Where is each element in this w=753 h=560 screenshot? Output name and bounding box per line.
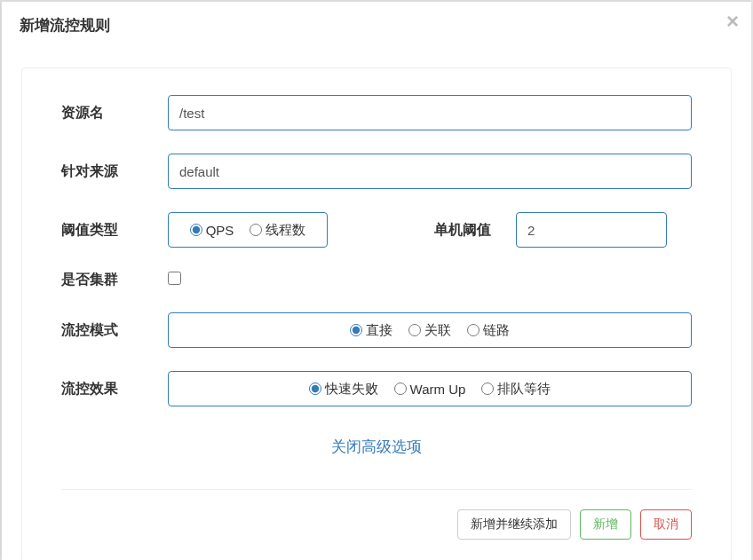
radio-mode-direct[interactable]: 直接 [350,322,392,339]
label-source: 针对来源 [61,162,168,181]
radio-effect-warmup-label: Warm Up [410,382,466,397]
radio-mode-relate-label: 关联 [424,322,451,339]
label-threshold-type: 阈值类型 [61,221,168,240]
row-source: 针对来源 [61,154,692,189]
label-effect: 流控效果 [61,380,168,398]
row-resource: 资源名 [61,95,692,130]
radio-thread-input[interactable] [250,224,262,236]
radio-qps[interactable]: QPS [190,223,234,238]
radio-mode-chain-input[interactable] [467,324,480,336]
source-input[interactable] [168,154,692,189]
radio-mode-direct-label: 直接 [366,322,392,339]
advanced-row: 关闭高级选项 [61,437,692,457]
close-icon[interactable]: × [726,11,739,32]
effect-group: 快速失败 Warm Up 排队等待 [168,371,692,406]
radio-mode-relate-input[interactable] [408,324,421,336]
cancel-button[interactable]: 取消 [640,509,692,540]
radio-mode-chain[interactable]: 链路 [467,322,510,339]
radio-effect-fail[interactable]: 快速失败 [309,381,378,398]
radio-effect-warmup[interactable]: Warm Up [394,382,466,397]
modal-footer: 新增并继续添加 新增 取消 [61,490,692,540]
threshold-type-group: QPS 线程数 [168,212,328,248]
row-effect: 流控效果 快速失败 Warm Up 排队等待 [61,371,692,406]
add-button[interactable]: 新增 [580,509,631,540]
radio-effect-fail-label: 快速失败 [325,381,378,398]
radio-effect-queue-label: 排队等待 [497,381,551,398]
radio-mode-relate[interactable]: 关联 [408,322,451,339]
radio-effect-fail-input[interactable] [309,383,321,395]
mode-group: 直接 关联 链路 [168,312,692,348]
modal-dialog: × 新增流控规则 资源名 针对来源 阈值类型 QPS [1,1,751,560]
radio-qps-label: QPS [206,223,234,238]
cluster-checkbox[interactable] [168,272,181,285]
add-continue-button[interactable]: 新增并继续添加 [457,509,571,540]
radio-effect-queue-input[interactable] [481,383,494,395]
radio-mode-direct-input[interactable] [350,324,362,336]
label-cluster: 是否集群 [61,271,168,289]
radio-effect-queue[interactable]: 排队等待 [481,381,551,398]
modal-title: 新增流控规则 [20,15,733,35]
row-cluster: 是否集群 [61,271,692,289]
toggle-advanced-link[interactable]: 关闭高级选项 [331,438,422,455]
resource-input[interactable] [168,95,692,130]
label-mode: 流控模式 [61,321,168,340]
radio-mode-chain-label: 链路 [483,322,510,339]
threshold-input[interactable] [516,212,667,248]
row-mode: 流控模式 直接 关联 链路 [61,312,692,348]
row-threshold-type: 阈值类型 QPS 线程数 单机阈值 [61,212,692,248]
radio-thread[interactable]: 线程数 [250,222,305,239]
label-resource: 资源名 [61,104,168,122]
label-threshold: 单机阈值 [434,221,491,240]
modal-header: 新增流控规则 [2,2,751,48]
radio-effect-warmup-input[interactable] [394,383,407,395]
radio-thread-label: 线程数 [266,222,305,239]
form-panel: 资源名 针对来源 阈值类型 QPS 线程数 [21,67,732,560]
radio-qps-input[interactable] [190,224,202,236]
